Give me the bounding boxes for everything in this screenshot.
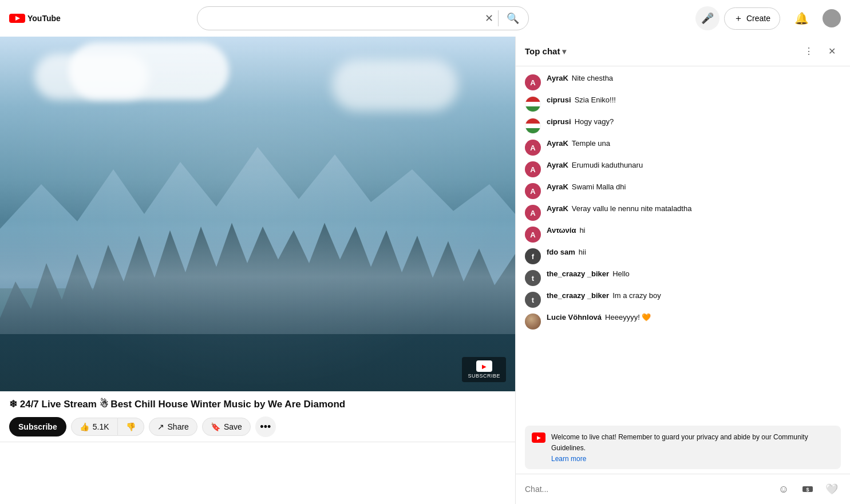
svg-text:YouTube: YouTube — [27, 14, 61, 23]
username: AyraK — [547, 161, 568, 169]
chat-input-area: ☺ $ 🤍 — [516, 474, 850, 504]
username: ciprusi — [547, 117, 571, 126]
message-text: Nite chestha — [572, 74, 613, 82]
message-content: the_craazy _bikerHello — [547, 269, 841, 279]
subscribe-watermark-text: SUBSCRIBE — [468, 373, 500, 379]
message-content: ciprusiSzia Eniko!!! — [547, 95, 841, 105]
heart-button[interactable]: 🤍 — [823, 480, 841, 498]
share-icon: ↗ — [157, 422, 164, 431]
video-area: SUBSCRIBE ❄ 24/7 Live Stream ☃ Best Chil… — [0, 37, 515, 504]
avatar: t — [525, 292, 541, 308]
like-dislike-wrapper: 👍 5.1K 👎 — [71, 418, 144, 436]
avatar[interactable] — [823, 9, 841, 27]
flag-avatar — [525, 118, 541, 134]
chat-message: A Αντωνίαhi — [516, 223, 850, 245]
header: YouTube live radio 24/7 ✕ 🔍 🎤 ＋ Create 🔔 — [0, 0, 850, 37]
video-container[interactable]: SUBSCRIBE — [0, 37, 515, 391]
message-content: Lucie VöhnlováHeeeyyyy! 🧡 — [547, 312, 841, 323]
message-text: hi — [579, 226, 585, 235]
avatar: A — [525, 161, 541, 177]
message-text: Erumudi kaduthunaru — [572, 161, 643, 169]
search-icon: 🔍 — [501, 12, 519, 25]
clear-search-button[interactable]: ✕ — [483, 10, 496, 27]
message-text: hii — [579, 248, 586, 256]
chat-message: A AyraKSwami Malla dhi — [516, 180, 850, 201]
save-icon: 🔖 — [211, 422, 220, 431]
message-content: fdo samhii — [547, 247, 841, 257]
username: the_craazy _biker — [547, 291, 609, 300]
subscribe-button[interactable]: Subscribe — [9, 417, 66, 436]
search-input[interactable]: live radio 24/7 — [207, 13, 483, 23]
chat-header: Top chat ▾ ⋮ ✕ — [516, 37, 850, 66]
video-info: ❄ 24/7 Live Stream ☃ Best Chill House Wi… — [0, 391, 515, 442]
create-button[interactable]: ＋ Create — [724, 7, 780, 30]
chat-message: ciprusiSzia Eniko!!! — [516, 93, 850, 114]
subscribe-watermark[interactable]: SUBSCRIBE — [462, 357, 506, 382]
thumbs-down-icon: 👎 — [126, 422, 136, 431]
chat-panel: Top chat ▾ ⋮ ✕ A AyraKNite chestha cip — [515, 37, 850, 504]
chat-message: ciprusiHogy vagy? — [516, 114, 850, 136]
chat-message: f fdo samhii — [516, 245, 850, 267]
chat-message: Lucie VöhnlováHeeeyyyy! 🧡 — [516, 310, 850, 332]
message-content: AyraKNite chestha — [547, 73, 841, 84]
youtube-logo[interactable]: YouTube — [9, 13, 61, 24]
username: fdo sam — [547, 248, 575, 256]
header-right: ＋ Create 🔔 — [724, 6, 841, 30]
share-button[interactable]: ↗ Share — [149, 418, 197, 436]
avatar: A — [525, 74, 541, 90]
like-count: 5.1K — [93, 422, 109, 431]
youtube-icon-red — [532, 432, 545, 443]
message-text: Szia Eniko!!! — [575, 96, 616, 104]
video-thumbnail — [0, 37, 515, 391]
username: Αντωνία — [547, 226, 576, 235]
chat-more-options-button[interactable]: ⋮ — [800, 42, 818, 61]
message-content: AyraKVeray vallu le nennu nite mataladth… — [547, 204, 841, 214]
message-text: Heeeyyyy! 🧡 — [605, 313, 651, 322]
more-icon: ••• — [260, 421, 271, 433]
avatar: A — [525, 205, 541, 221]
message-text: Veray vallu le nennu nite mataladtha — [572, 204, 692, 213]
message-content: AyraKSwami Malla dhi — [547, 182, 841, 192]
chevron-down-icon[interactable]: ▾ — [562, 47, 566, 56]
chat-header-actions: ⋮ ✕ — [800, 42, 841, 61]
avatar: A — [525, 140, 541, 156]
chat-input[interactable] — [525, 485, 769, 494]
avatar: A — [525, 227, 541, 243]
chat-close-button[interactable]: ✕ — [823, 42, 841, 61]
emoji-button[interactable]: ☺ — [774, 480, 793, 498]
message-text: Im a crazy boy — [612, 291, 661, 300]
chat-message: A AyraKVeray vallu le nennu nite matalad… — [516, 201, 850, 223]
search-bar: live radio 24/7 ✕ 🔍 — [197, 6, 529, 30]
message-text: Hogy vagy? — [575, 117, 614, 126]
message-content: AyraKErumudi kaduthunaru — [547, 160, 841, 170]
save-button[interactable]: 🔖 Save — [202, 418, 251, 436]
avatar: t — [525, 270, 541, 286]
superchat-button[interactable]: $ — [798, 480, 817, 498]
chat-messages: A AyraKNite chestha ciprusiSzia Eniko!!!… — [516, 66, 850, 421]
thumbs-up-icon: 👍 — [80, 422, 89, 431]
more-options-button[interactable]: ••• — [255, 416, 276, 437]
svg-text:$: $ — [806, 487, 809, 493]
video-actions: Subscribe 👍 5.1K 👎 ↗ Share 🔖 — [9, 416, 506, 437]
message-content: AyraKTemple una — [547, 138, 841, 149]
like-button[interactable]: 👍 5.1K — [71, 418, 118, 436]
chat-title-area: Top chat ▾ — [525, 46, 800, 56]
mic-button[interactable]: 🎤 — [695, 6, 719, 30]
notice-text: Welcome to live chat! Remember to guard … — [551, 433, 808, 452]
chat-message: t the_craazy _bikerHello — [516, 267, 850, 288]
chat-message: t the_craazy _bikerIm a crazy boy — [516, 288, 850, 310]
avatar: A — [525, 183, 541, 199]
avatar-photo — [525, 313, 541, 330]
chat-message: A AyraKNite chestha — [516, 71, 850, 93]
main-layout: SUBSCRIBE ❄ 24/7 Live Stream ☃ Best Chil… — [0, 37, 850, 504]
learn-more-link[interactable]: Learn more — [551, 455, 586, 463]
message-text: Hello — [612, 269, 630, 278]
username: ciprusi — [547, 96, 571, 104]
flag-avatar — [525, 96, 541, 112]
username: AyraK — [547, 204, 568, 213]
message-content: ciprusiHogy vagy? — [547, 117, 841, 127]
chat-message: A AyraKErumudi kaduthunaru — [516, 158, 850, 180]
yt-logo-watermark — [476, 360, 492, 372]
notifications-button[interactable]: 🔔 — [789, 6, 813, 30]
dislike-button[interactable]: 👎 — [118, 418, 144, 436]
